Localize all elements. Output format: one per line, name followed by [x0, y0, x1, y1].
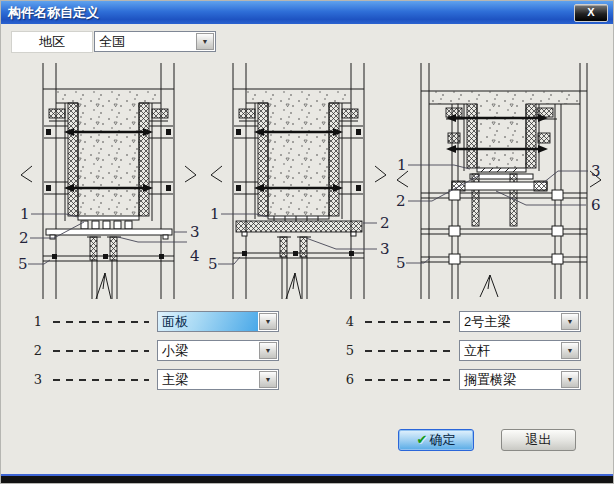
diagram-beam-formwork-3: 1 2 5 3 6	[394, 61, 604, 301]
dashed-connector	[365, 321, 451, 323]
dashed-connector	[365, 350, 451, 352]
component-select-4[interactable]: 2号主梁 ▼	[459, 311, 581, 332]
component-select-5[interactable]: 立杆 ▼	[459, 340, 581, 361]
form-row-2: 2 小梁 ▼	[31, 340, 279, 361]
diagram1-label-4: 4	[190, 247, 200, 265]
component-select-3-value: 主梁	[158, 370, 258, 389]
dropdown-arrow-icon[interactable]: ▼	[259, 342, 277, 359]
component-select-6[interactable]: 搁置横梁 ▼	[459, 369, 581, 390]
form-row-2-number: 2	[31, 343, 45, 358]
form-row-4: 4 2号主梁 ▼	[343, 311, 581, 332]
dropdown-arrow-icon[interactable]: ▼	[561, 371, 579, 388]
form-row-6: 6 搁置横梁 ▼	[343, 369, 581, 390]
exit-button[interactable]: 退出	[501, 429, 576, 451]
diagram-beam-formwork-2: 1 5 2 3	[206, 61, 391, 301]
component-select-4-value: 2号主梁	[460, 312, 560, 331]
dashed-connector	[53, 379, 149, 381]
dropdown-arrow-icon[interactable]: ▼	[196, 33, 214, 50]
component-select-2[interactable]: 小梁 ▼	[157, 340, 279, 361]
region-select[interactable]: 全国 ▼	[94, 31, 216, 52]
window-title: 构件名称自定义	[1, 4, 99, 22]
diagram-area: 1 2 5 3 4	[1, 61, 614, 301]
component-select-1-value: 面板	[158, 312, 258, 331]
titlebar[interactable]: 构件名称自定义 X	[1, 1, 613, 24]
close-icon: X	[587, 6, 594, 18]
form-row-5: 5 立杆 ▼	[343, 340, 581, 361]
form-row-3-number: 3	[31, 372, 45, 387]
dashed-connector	[53, 350, 149, 352]
diagram1-label-3: 3	[190, 223, 200, 241]
diagram3-label-5: 5	[396, 254, 406, 272]
dropdown-arrow-icon[interactable]: ▼	[561, 342, 579, 359]
form-row-1: 1 面板 ▼	[31, 311, 279, 332]
window-bottom-edge	[1, 474, 613, 483]
dashed-connector	[53, 321, 149, 323]
region-select-value: 全国	[95, 32, 195, 51]
exit-button-label: 退出	[526, 432, 552, 447]
dropdown-arrow-icon[interactable]: ▼	[259, 371, 277, 388]
component-select-5-value: 立杆	[460, 341, 560, 360]
diagram3-label-2: 2	[396, 192, 406, 210]
diagram2-label-5: 5	[208, 255, 218, 273]
form-row-6-number: 6	[343, 372, 357, 387]
dialog-window: 构件名称自定义 X 地区 全国 ▼	[0, 0, 614, 484]
region-label[interactable]: 地区	[11, 31, 93, 53]
component-select-2-value: 小梁	[158, 341, 258, 360]
diagram2-label-3: 3	[380, 240, 390, 258]
diagram1-label-2: 2	[19, 229, 29, 247]
close-button[interactable]: X	[574, 4, 608, 22]
component-select-3[interactable]: 主梁 ▼	[157, 369, 279, 390]
dropdown-arrow-icon[interactable]: ▼	[561, 313, 579, 330]
ok-button-label: 确定	[429, 432, 455, 447]
diagram3-label-6: 6	[591, 196, 601, 214]
diagram3-label-1: 1	[397, 156, 407, 174]
form-row-4-number: 4	[343, 314, 357, 329]
dropdown-arrow-icon[interactable]: ▼	[259, 313, 277, 330]
component-select-1[interactable]: 面板 ▼	[157, 311, 279, 332]
form-row-5-number: 5	[343, 343, 357, 358]
component-select-6-value: 搁置横梁	[460, 370, 560, 389]
ok-button[interactable]: ✔确定	[398, 429, 474, 451]
diagram2-label-1: 1	[210, 205, 220, 223]
form-row-3: 3 主梁 ▼	[31, 369, 279, 390]
diagram1-label-5: 5	[18, 255, 28, 273]
diagram-beam-formwork-1: 1 2 5 3 4	[16, 61, 201, 301]
diagram2-label-2: 2	[380, 214, 390, 232]
form-row-1-number: 1	[31, 314, 45, 329]
diagram1-label-1: 1	[20, 205, 30, 223]
check-icon: ✔	[417, 432, 428, 447]
dashed-connector	[365, 379, 451, 381]
diagram3-label-3: 3	[591, 162, 601, 180]
